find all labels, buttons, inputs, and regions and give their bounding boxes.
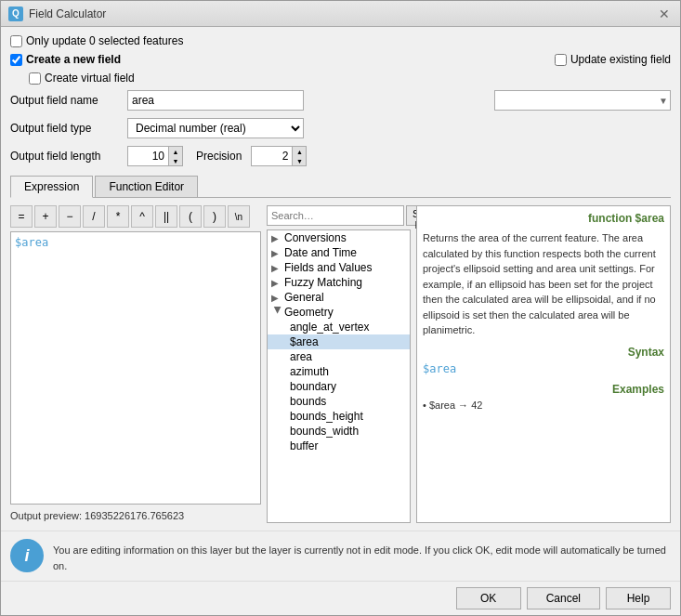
function-description: Returns the area of the current feature.… [423, 230, 664, 338]
fuzzy-arrow-icon: ▶ [271, 278, 284, 288]
ok-button[interactable]: OK [456, 587, 521, 609]
update-field-section: Update existing field [555, 53, 671, 66]
tree-child-bounds-height[interactable]: bounds_height [268, 409, 410, 424]
create-field-section: Create a new field [10, 53, 121, 66]
create-field-checkbox[interactable] [10, 54, 22, 66]
update-field-label: Update existing field [570, 53, 671, 66]
only-update-checkbox[interactable] [10, 35, 22, 47]
output-name-input[interactable] [127, 90, 304, 111]
field-mode-row: Create a new field Update existing field [10, 53, 671, 66]
tree-item-general[interactable]: ▶ General [268, 290, 410, 305]
tree-item-fuzzy[interactable]: ▶ Fuzzy Matching [268, 275, 410, 290]
tree-child-dollar-area[interactable]: $area [268, 334, 410, 349]
info-text: You are editing information on this laye… [53, 539, 671, 573]
tree-item-conversions[interactable]: ▶ Conversions [268, 230, 410, 245]
toolbar-lparen-btn[interactable]: ( [179, 205, 202, 228]
toolbar-multiply-btn[interactable]: * [107, 205, 129, 228]
tree-child-angle-at-vertex[interactable]: angle_at_vertex [268, 320, 410, 334]
tree-child-boundary[interactable]: boundary [268, 379, 410, 394]
virtual-field-label: Create virtual field [45, 72, 135, 85]
update-field-checkbox[interactable] [555, 54, 567, 66]
tree-item-fields-values[interactable]: ▶ Fields and Values [268, 260, 410, 275]
toolbar-divide-btn[interactable]: / [83, 205, 105, 228]
expression-value: $area [15, 236, 48, 249]
toolbar-plus-btn[interactable]: + [34, 205, 57, 228]
conversions-arrow-icon: ▶ [271, 233, 284, 243]
dialog-title: Field Calculator [29, 7, 106, 20]
toolbar-rparen-btn[interactable]: ) [203, 205, 226, 228]
precision-down-btn[interactable]: ▼ [293, 156, 306, 165]
output-type-row: Output field type Decimal number (real) … [10, 118, 671, 138]
virtual-field-checkbox[interactable] [29, 72, 41, 85]
conversions-label: Conversions [284, 231, 347, 244]
only-update-row: Only update 0 selected features [10, 34, 671, 47]
fields-values-arrow-icon: ▶ [271, 263, 284, 273]
syntax-value: $area [423, 362, 664, 375]
tree-child-area[interactable]: area [268, 349, 410, 364]
buffer-label: buffer [290, 439, 318, 452]
update-existing-dropdown[interactable]: ▼ [494, 90, 671, 111]
length-spinner: ▲ ▼ [127, 146, 183, 166]
bounds-width-label: bounds_width [290, 425, 359, 438]
precision-up-btn[interactable]: ▲ [293, 147, 306, 156]
geometry-label: Geometry [284, 306, 334, 319]
output-name-label: Output field name [10, 94, 122, 107]
search-input[interactable] [267, 205, 404, 226]
output-type-select[interactable]: Decimal number (real) Whole number (inte… [127, 118, 304, 138]
tree-item-date-time[interactable]: ▶ Date and Time [268, 245, 410, 260]
tree-child-azimuth[interactable]: azimuth [268, 364, 410, 379]
info-icon: i [10, 539, 44, 572]
cancel-button[interactable]: Cancel [527, 587, 600, 609]
function-title: function $area [423, 212, 664, 225]
precision-label: Precision [196, 150, 242, 163]
field-calculator-dialog: Q Field Calculator ✕ Only update 0 selec… [0, 0, 681, 616]
output-type-label: Output field type [10, 122, 122, 135]
examples-label: Examples [423, 383, 664, 396]
toolbar-minus-btn[interactable]: − [59, 205, 81, 228]
virtual-field-row: Create virtual field [29, 72, 671, 85]
length-spinner-btns: ▲ ▼ [169, 146, 183, 166]
tree-child-bounds[interactable]: bounds [268, 394, 410, 409]
precision-input[interactable] [251, 146, 293, 166]
length-up-btn[interactable]: ▲ [169, 147, 182, 156]
close-button[interactable]: ✕ [656, 6, 673, 22]
general-arrow-icon: ▶ [271, 293, 284, 303]
geometry-arrow-icon: ▶ [273, 306, 283, 319]
area-label: area [290, 350, 312, 363]
toolbar-concat-btn[interactable]: || [155, 205, 177, 228]
only-update-label: Only update 0 selected features [26, 34, 183, 47]
function-tree: ▶ Conversions ▶ Date and Time ▶ Fields a… [267, 229, 411, 523]
length-down-btn[interactable]: ▼ [169, 156, 182, 165]
titlebar: Q Field Calculator ✕ [1, 1, 680, 27]
dropdown-arrow-icon: ▼ [659, 96, 668, 106]
azimuth-label: azimuth [290, 365, 329, 378]
output-length-label: Output field length [10, 150, 122, 163]
output-preview-label: Output preview: [10, 510, 82, 521]
titlebar-left: Q Field Calculator [8, 7, 106, 21]
fields-values-label: Fields and Values [284, 261, 373, 274]
angle-at-vertex-label: angle_at_vertex [290, 321, 369, 334]
precision-spinner-btns: ▲ ▼ [293, 146, 307, 166]
syntax-label: Syntax [423, 346, 664, 359]
length-input[interactable] [127, 146, 169, 166]
info-bar: i You are editing information on this la… [1, 531, 680, 581]
bounds-label: bounds [290, 395, 326, 408]
tree-item-geometry[interactable]: ▶ Geometry [268, 305, 410, 320]
toolbar-power-btn[interactable]: ^ [131, 205, 153, 228]
toolbar-newline-btn[interactable]: \n [228, 205, 250, 228]
tree-child-bounds-width[interactable]: bounds_width [268, 424, 410, 439]
app-icon: Q [8, 7, 23, 21]
dialog-content: Only update 0 selected features Create a… [1, 27, 680, 531]
tree-child-buffer[interactable]: buffer [268, 439, 410, 453]
general-label: General [284, 291, 324, 304]
dollar-area-label: $area [290, 335, 319, 348]
help-button[interactable]: Help [606, 587, 671, 609]
boundary-label: boundary [290, 380, 336, 393]
tab-expression[interactable]: Expression [10, 176, 93, 198]
tabs-row: Expression Function Editor [10, 176, 671, 198]
tab-function-editor[interactable]: Function Editor [95, 176, 198, 197]
expression-editor[interactable]: $area [10, 231, 261, 505]
toolbar-equals-btn[interactable]: = [10, 205, 33, 228]
help-panel: function $area Returns the area of the c… [416, 205, 671, 523]
output-name-row: Output field name ▼ [10, 90, 671, 111]
